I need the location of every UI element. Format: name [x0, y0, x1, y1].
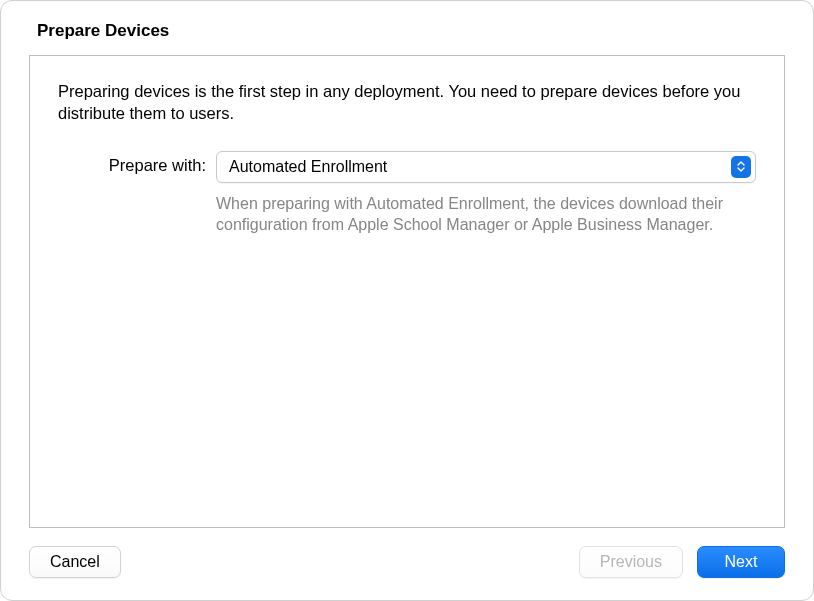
- previous-button[interactable]: Previous: [579, 546, 683, 578]
- cancel-button[interactable]: Cancel: [29, 546, 121, 578]
- prepare-with-right: Automated Enrollment When preparing with…: [216, 151, 756, 236]
- prepare-devices-sheet: Prepare Devices Preparing devices is the…: [0, 0, 814, 601]
- prepare-with-label: Prepare with:: [58, 151, 206, 175]
- intro-text: Preparing devices is the first step in a…: [58, 80, 756, 125]
- prepare-with-select[interactable]: Automated Enrollment: [216, 151, 756, 183]
- content-panel: Preparing devices is the first step in a…: [29, 55, 785, 528]
- page-title: Prepare Devices: [37, 21, 785, 41]
- prepare-with-row: Prepare with: Automated Enrollment When …: [58, 151, 756, 236]
- select-arrows-icon: [731, 156, 751, 178]
- prepare-with-value: Automated Enrollment: [229, 158, 731, 176]
- prepare-with-help: When preparing with Automated Enrollment…: [216, 193, 756, 236]
- next-button[interactable]: Next: [697, 546, 785, 578]
- button-row: Cancel Previous Next: [29, 546, 785, 578]
